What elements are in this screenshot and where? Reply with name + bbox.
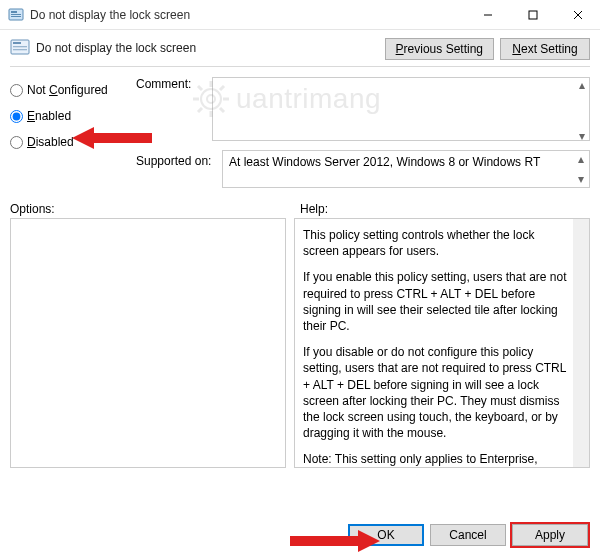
- comment-label: Comment:: [136, 77, 208, 91]
- maximize-button[interactable]: [510, 0, 555, 29]
- radio-disabled[interactable]: Disabled: [10, 135, 130, 149]
- ok-button[interactable]: OK: [348, 524, 424, 546]
- help-text-p4: Note: This setting only applies to Enter…: [303, 451, 571, 468]
- scroll-up-icon: ▴: [575, 153, 587, 165]
- svg-rect-9: [13, 42, 21, 44]
- svg-rect-3: [11, 16, 21, 17]
- page-title: Do not display the lock screen: [36, 41, 196, 55]
- options-panel: [10, 218, 286, 468]
- radio-enabled-label[interactable]: Enabled: [27, 109, 71, 123]
- radio-not-configured-input[interactable]: [10, 84, 23, 97]
- supported-on-text: At least Windows Server 2012, Windows 8 …: [229, 155, 540, 169]
- comment-textarea[interactable]: [212, 77, 590, 141]
- radio-disabled-label[interactable]: Disabled: [27, 135, 74, 149]
- help-scrollbar[interactable]: [573, 219, 589, 467]
- help-label: Help:: [300, 202, 328, 216]
- radio-not-configured-label[interactable]: Not Configured: [27, 83, 108, 97]
- supported-on-label: Supported on:: [136, 150, 216, 168]
- svg-rect-5: [529, 11, 537, 19]
- next-setting-button[interactable]: Next Setting: [500, 38, 590, 60]
- help-text-p1: This policy setting controls whether the…: [303, 227, 571, 259]
- window-title: Do not display the lock screen: [30, 8, 465, 22]
- minimize-button[interactable]: [465, 0, 510, 29]
- help-text-p3: If you disable or do not configure this …: [303, 344, 571, 441]
- scroll-up-icon: ▴: [576, 79, 588, 91]
- radio-disabled-input[interactable]: [10, 136, 23, 149]
- previous-setting-button[interactable]: Previous Setting: [385, 38, 494, 60]
- svg-rect-11: [13, 49, 27, 50]
- apply-button[interactable]: Apply: [512, 524, 588, 546]
- options-label: Options:: [10, 202, 300, 216]
- policy-icon: [10, 38, 30, 58]
- divider: [10, 66, 590, 67]
- title-bar: Do not display the lock screen: [0, 0, 600, 30]
- svg-rect-2: [11, 14, 21, 15]
- help-text-p2: If you enable this policy setting, users…: [303, 269, 571, 334]
- close-button[interactable]: [555, 0, 600, 29]
- scroll-down-icon: ▾: [575, 173, 587, 185]
- help-panel: This policy setting controls whether the…: [294, 218, 590, 468]
- app-icon: [8, 7, 24, 23]
- svg-rect-1: [11, 11, 17, 13]
- radio-not-configured[interactable]: Not Configured: [10, 83, 130, 97]
- cancel-button[interactable]: Cancel: [430, 524, 506, 546]
- svg-rect-10: [13, 46, 27, 47]
- radio-enabled-input[interactable]: [10, 110, 23, 123]
- scroll-down-icon: ▾: [576, 130, 588, 142]
- supported-on-box: At least Windows Server 2012, Windows 8 …: [222, 150, 590, 188]
- radio-enabled[interactable]: Enabled: [10, 109, 130, 123]
